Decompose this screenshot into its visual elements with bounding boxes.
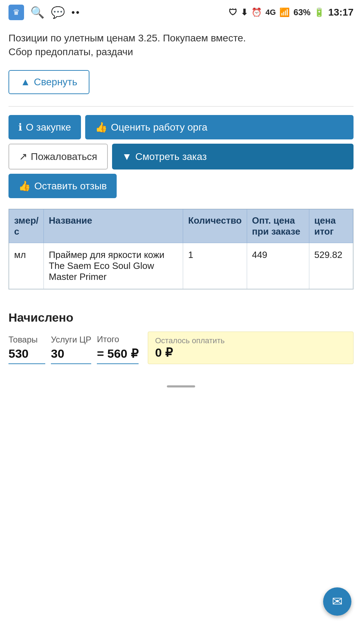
charged-row: Товары 530 Услуги ЦР 30 Итого = 560 ₽ Ос… [8,332,354,364]
collapse-arrow-icon: ▲ [21,76,30,88]
leave-review-label: Оставить отзыв [34,180,107,192]
status-bar-left: ♛ 🔍 💬 •• [8,5,81,20]
charged-total-divider [97,363,138,364]
thumbs-up-icon: 👍 [95,121,107,133]
rate-org-button[interactable]: 👍 Оценить работу орга [85,115,354,139]
section-divider [8,106,354,107]
charged-total: Итого = 560 ₽ [97,334,144,364]
col-size: змер/с [9,209,44,243]
btn-row-2: ↗ Пожаловаться ▼ Смотреть заказ [8,144,354,169]
cell-qty: 1 [183,243,247,289]
about-purchase-button[interactable]: ℹ О закупке [8,115,81,139]
orders-table-wrapper: змер/с Название Количество Опт. цена при… [8,209,354,289]
btn-row-1: ℹ О закупке 👍 Оценить работу орга [8,115,354,139]
whatsapp-icon[interactable]: 💬 [51,6,65,19]
info-icon: ℹ [18,121,22,133]
crown-icon: ♛ [8,5,24,20]
table-row: мл Праймер для яркости кожи The Saem Eco… [9,243,353,289]
charged-goods-divider [8,363,45,364]
leave-review-button[interactable]: 👍 Оставить отзыв [8,174,117,198]
view-order-button[interactable]: ▼ Смотреть заказ [112,144,354,169]
charged-services-label: Услуги ЦР [51,335,91,345]
collapse-label: Свернуть [34,76,77,88]
orders-table: змер/с Название Количество Опт. цена при… [9,209,353,289]
search-icon[interactable]: 🔍 [30,6,45,19]
download-icon: ⬇ [241,7,248,17]
charged-section: Начислено Товары 530 Услуги ЦР 30 Итого … [8,304,354,378]
col-qty: Количество [183,209,247,243]
top-text-prepay: Сбор предоплаты, раздачи [8,46,133,57]
col-total-price: цена итог [309,209,353,243]
charged-services: Услуги ЦР 30 [51,335,97,364]
charged-goods-value: 530 [8,347,45,361]
charged-services-divider [51,363,91,364]
charged-remaining-label: Осталось оплатить [155,336,346,345]
status-bar: ♛ 🔍 💬 •• 🛡 ⬇ ⏰ 4G 📶 63% 🔋 13:17 [0,0,362,25]
top-text: Позиции по улетным ценам 3.25. Покупаем … [8,25,354,62]
bottom-handle [0,378,362,391]
charged-title: Начислено [8,311,354,324]
fab-button[interactable]: ✉ [323,587,351,616]
signal-label: 4G [265,8,276,17]
cell-name: Праймер для яркости кожи The Saem Eco So… [44,243,183,289]
cell-total-price: 529.82 [309,243,353,289]
charged-services-value: 30 [51,347,91,361]
col-name: Название [44,209,183,243]
charged-total-label: Итого [97,334,138,344]
cell-size: мл [9,243,44,289]
btn-row-3: 👍 Оставить отзыв [8,174,354,198]
rate-org-label: Оценить работу орга [111,122,208,133]
signal-bars-icon: 📶 [279,7,290,17]
complain-label: Пожаловаться [31,151,97,162]
thumbs-up-2-icon: 👍 [18,180,31,192]
top-text-line1: Позиции по улетным ценам 3.25. [8,33,163,44]
charged-total-value: = 560 ₽ [97,346,138,361]
battery-label: 63% [293,7,310,17]
top-text-buy-together: Покупаем вместе. [163,33,246,44]
handle-line [167,385,195,387]
envelope-icon: ✉ [332,594,343,609]
view-order-label: Смотреть заказ [135,151,207,162]
cell-opt-price: 449 [247,243,309,289]
external-link-icon: ↗ [19,151,27,162]
charged-goods-label: Товары [8,335,45,345]
battery-shield-icon: 🛡 [229,7,237,17]
menu-icon[interactable]: •• [71,7,81,18]
table-header-row: змер/с Название Количество Опт. цена при… [9,209,353,243]
chevron-down-icon: ▼ [122,151,132,162]
action-buttons: ℹ О закупке 👍 Оценить работу орга ↗ Пожа… [8,115,354,198]
charged-goods: Товары 530 [8,335,51,364]
status-bar-right: 🛡 ⬇ ⏰ 4G 📶 63% 🔋 13:17 [229,7,354,18]
charged-remaining-value: 0 ₽ [155,345,346,360]
col-opt-price: Опт. цена при заказе [247,209,309,243]
alarm-icon: ⏰ [251,7,262,17]
about-purchase-label: О закупке [26,122,71,133]
complain-button[interactable]: ↗ Пожаловаться [8,144,108,169]
main-content: Позиции по улетным ценам 3.25. Покупаем … [0,25,362,378]
charged-remaining: Осталось оплатить 0 ₽ [148,332,354,364]
collapse-button[interactable]: ▲ Свернуть [8,70,89,94]
time-label: 13:17 [328,7,354,18]
battery-icon: 🔋 [314,7,325,17]
